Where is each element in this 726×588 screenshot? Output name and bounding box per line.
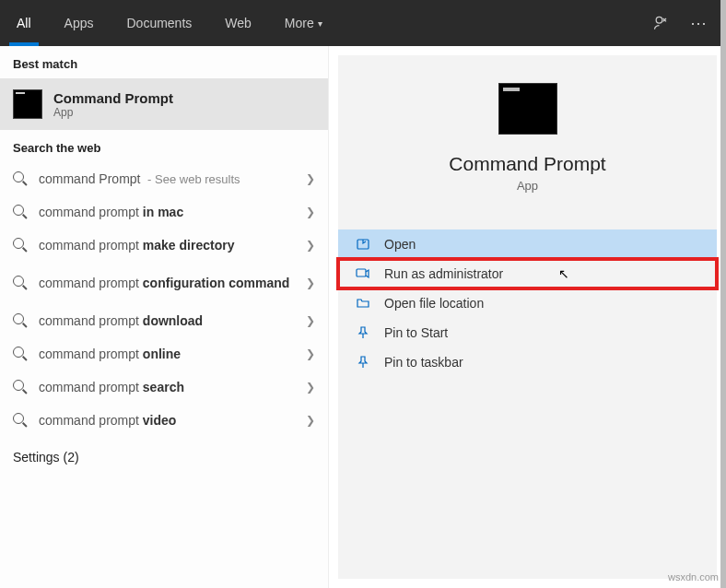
pin-icon — [355, 324, 371, 341]
tab-label: Web — [225, 16, 252, 30]
left-panel: Best match Command Prompt App Search the… — [0, 46, 329, 588]
best-match-subtitle: App — [53, 106, 173, 119]
search-icon — [13, 171, 28, 186]
more-icon[interactable]: ⋯ — [680, 5, 717, 41]
suggestion-row[interactable]: command prompt video ❯ — [0, 404, 328, 437]
action-run-as-admin[interactable]: Run as administrator ↖ — [338, 259, 717, 288]
suggestion-text: command prompt online — [39, 347, 306, 361]
chevron-right-icon: ❯ — [306, 314, 315, 327]
suggestion-row[interactable]: command prompt download ❯ — [0, 304, 328, 337]
search-icon — [13, 347, 28, 361]
tab-label: More — [285, 16, 314, 30]
action-label: Run as administrator — [384, 266, 503, 281]
folder-icon — [355, 295, 371, 312]
tab-label: Apps — [64, 16, 94, 30]
scrollbar[interactable] — [720, 0, 726, 588]
suggestion-row[interactable]: command prompt make directory ❯ — [0, 229, 328, 262]
svg-point-0 — [656, 17, 662, 23]
app-title: Command Prompt — [338, 153, 717, 175]
top-nav: All Apps Documents Web More▾ ⋯ — [0, 0, 726, 46]
command-prompt-icon-large — [498, 83, 557, 135]
action-pin-to-taskbar[interactable]: Pin to taskbar — [338, 347, 717, 377]
suggestion-row[interactable]: command prompt search ❯ — [0, 370, 328, 404]
chevron-right-icon: ❯ — [306, 206, 315, 218]
search-icon — [13, 313, 28, 328]
chevron-down-icon: ▾ — [318, 18, 322, 29]
chevron-right-icon: ❯ — [306, 239, 315, 252]
settings-header[interactable]: Settings (2) — [0, 437, 328, 477]
feedback-icon[interactable] — [643, 5, 680, 41]
search-icon — [13, 380, 28, 394]
suggestion-row[interactable]: command prompt configuration command ❯ — [0, 262, 328, 304]
action-label: Open file location — [384, 296, 484, 311]
right-panel: Command Prompt App Open Run as administr… — [329, 46, 726, 588]
action-label: Pin to taskbar — [384, 355, 463, 370]
action-open-file-location[interactable]: Open file location — [338, 288, 717, 318]
nav-tabs: All Apps Documents Web More▾ — [0, 0, 339, 46]
pin-icon — [355, 354, 371, 370]
cursor-icon: ↖ — [558, 266, 569, 281]
svg-rect-2 — [357, 269, 366, 276]
search-icon — [13, 238, 28, 253]
suggestion-row[interactable]: command prompt online ❯ — [0, 337, 328, 370]
suggestion-row[interactable]: command prompt in mac ❯ — [0, 195, 328, 229]
suggestion-text: command prompt download — [39, 313, 306, 328]
search-web-header: Search the web — [0, 130, 328, 162]
tab-label: Documents — [126, 16, 192, 30]
main-area: Best match Command Prompt App Search the… — [0, 46, 726, 588]
suggestion-text: command prompt make directory — [39, 238, 306, 253]
suggestion-text: command Prompt - See web results — [39, 171, 306, 186]
chevron-right-icon: ❯ — [306, 381, 315, 394]
action-label: Pin to Start — [384, 325, 448, 340]
best-match-title: Command Prompt — [53, 90, 173, 106]
action-pin-to-start[interactable]: Pin to Start — [338, 318, 717, 347]
suggestion-text: command prompt search — [39, 380, 306, 394]
best-match-text: Command Prompt App — [53, 90, 173, 119]
app-detail-card: Command Prompt App Open Run as administr… — [338, 55, 717, 579]
action-label: Open — [384, 237, 416, 252]
app-subtitle: App — [338, 179, 717, 193]
tab-apps[interactable]: Apps — [48, 0, 111, 46]
chevron-right-icon: ❯ — [306, 172, 315, 185]
open-icon — [355, 236, 371, 253]
best-match-header: Best match — [0, 46, 328, 78]
admin-icon — [355, 265, 371, 282]
chevron-right-icon: ❯ — [306, 347, 315, 360]
chevron-right-icon: ❯ — [306, 276, 315, 289]
search-icon — [13, 205, 28, 219]
suggestion-text: command prompt in mac — [39, 205, 306, 219]
search-icon — [13, 413, 28, 428]
action-open[interactable]: Open — [338, 229, 717, 259]
search-icon — [13, 276, 28, 290]
command-prompt-icon — [13, 89, 42, 119]
suggestion-row[interactable]: command Prompt - See web results ❯ — [0, 162, 328, 195]
suggestion-text: command prompt configuration command — [39, 276, 306, 291]
tab-web[interactable]: Web — [208, 0, 268, 46]
tab-more[interactable]: More▾ — [268, 0, 339, 46]
tab-all[interactable]: All — [0, 0, 48, 46]
tab-documents[interactable]: Documents — [110, 0, 208, 46]
watermark: wsxdn.com — [668, 571, 719, 582]
suggestion-text: command prompt video — [39, 413, 306, 428]
best-match-item[interactable]: Command Prompt App — [0, 78, 328, 130]
chevron-right-icon: ❯ — [306, 414, 315, 427]
tab-label: All — [17, 16, 31, 30]
